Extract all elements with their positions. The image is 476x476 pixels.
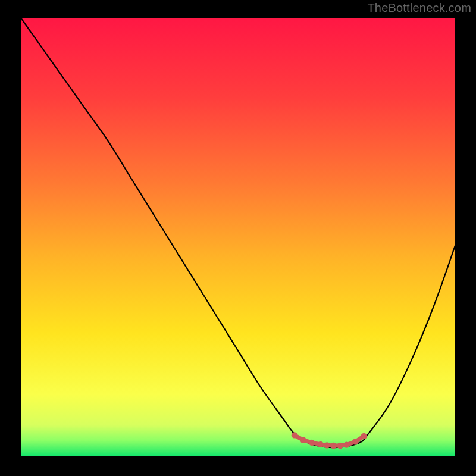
watermark-text: TheBottleneck.com [367, 1, 471, 15]
marker-dot [343, 441, 349, 447]
chart-plot-area [21, 18, 455, 456]
marker-dot [352, 439, 358, 444]
marker-dot [324, 442, 330, 448]
gradient-background [21, 18, 455, 456]
marker-dot [292, 432, 298, 438]
chart-svg [21, 18, 455, 456]
marker-dot [337, 443, 343, 449]
marker-dot [300, 437, 306, 443]
marker-dot [330, 443, 336, 449]
marker-dot [309, 440, 315, 446]
marker-dot [318, 441, 324, 447]
marker-dot [361, 433, 367, 439]
